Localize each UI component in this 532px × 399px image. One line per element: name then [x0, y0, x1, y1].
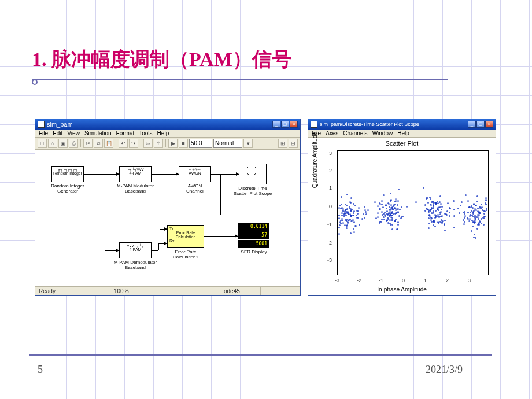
print-icon[interactable]: ⎙ — [69, 139, 78, 148]
maximize-button[interactable]: ▢ — [281, 121, 289, 128]
minimize-button[interactable]: _ — [468, 121, 476, 128]
menu-channels[interactable]: Channels — [343, 130, 367, 136]
stop-time-field[interactable]: 50.0 — [189, 139, 212, 148]
cut-icon[interactable]: ✂ — [83, 139, 93, 148]
error-rate-block-text: Error Rate Calculation — [169, 231, 202, 239]
simulink-window-title: sim_pam — [47, 121, 272, 128]
simulink-window: sim_pam _ ▢ × File Edit View Simulation … — [35, 119, 301, 296]
model-explorer-icon[interactable]: ⊟ — [289, 139, 298, 148]
title-bullet — [32, 79, 38, 85]
undo-icon[interactable]: ↶ — [119, 139, 128, 148]
ytick: 2 — [329, 168, 332, 173]
xtick: 1 — [424, 278, 427, 283]
redo-icon[interactable]: ↷ — [129, 139, 138, 148]
slide-title-block: 1. 脉冲幅度调制（PAM）信号 — [32, 46, 448, 80]
status-ready: Ready — [35, 287, 110, 295]
xtick: 3 — [468, 278, 471, 283]
awgn-block[interactable]: ～∿∿～ AWGN — [179, 166, 211, 182]
ser-display[interactable]: 0.0114 57 5001 — [238, 223, 269, 249]
mpam-demod-label: M-PAM Demodulator Baseband — [113, 260, 157, 270]
menu-simulation[interactable]: Simulation — [84, 130, 112, 136]
app-icon — [38, 121, 45, 128]
scatter-icon — [247, 167, 258, 177]
open-file-icon[interactable]: ⌂ — [48, 139, 57, 148]
lib-browser-icon[interactable]: ⊞ — [278, 139, 287, 148]
xtick: -3 — [335, 278, 339, 283]
dropdown-icon[interactable]: ▾ — [243, 139, 253, 148]
status-solver: ode45 — [220, 287, 261, 295]
xtick: 2 — [446, 278, 449, 283]
mpam-modulator-block-text: 4-PAM — [120, 171, 151, 175]
ytick: -2 — [327, 240, 332, 246]
scatter-titlebar: sim_pam/Discrete-Time Scatter Plot Scope… — [308, 119, 496, 130]
page-number: 5 — [38, 364, 43, 376]
scatter-scope-label: Discrete-Time Scatter Plot Scope — [232, 186, 274, 196]
simulink-statusbar: Ready 100% ode45 — [35, 286, 300, 295]
paste-icon[interactable]: 📋 — [104, 139, 113, 148]
ytick: 3 — [329, 150, 332, 156]
scatter-window-title: sim_pam/Discrete-Time Scatter Plot Scope — [320, 121, 468, 127]
ytick: 0 — [329, 204, 332, 209]
simulink-menubar: File Edit View Simulation Format Tools H… — [35, 130, 300, 138]
status-zoom: 100% — [110, 287, 162, 295]
scatter-xlabel: In-phase Amplitude — [308, 286, 496, 293]
menu-axes[interactable]: Axes — [326, 130, 338, 136]
window-buttons: _ ▢ × — [468, 121, 493, 128]
stop-icon[interactable]: ■ — [179, 139, 188, 148]
scatter-ylabel: Quadrature Amplitude — [312, 132, 318, 188]
ytick: -1 — [327, 221, 332, 227]
menu-tools[interactable]: Tools — [139, 130, 152, 136]
scatter-menubar: File Axes Channels Window Help — [308, 130, 496, 138]
menu-help[interactable]: Help — [397, 130, 409, 136]
xtick: 0 — [402, 278, 405, 283]
xtick: -2 — [357, 278, 361, 283]
new-file-icon[interactable]: □ — [38, 139, 47, 148]
menu-window[interactable]: Window — [372, 130, 393, 136]
menu-help[interactable]: Help — [157, 130, 169, 136]
scatter-plot — [337, 150, 489, 275]
ser-value-1: 57 — [238, 231, 269, 239]
menu-view[interactable]: View — [67, 130, 80, 136]
slide-title: 1. 脉冲幅度调制（PAM）信号 — [32, 46, 448, 73]
title-underline — [32, 79, 448, 80]
ytick: 1 — [329, 185, 332, 191]
awgn-label: AWGN Channel — [179, 183, 211, 194]
random-integer-label: Random Integer Generator — [41, 183, 94, 194]
footer-line — [29, 354, 492, 356]
back-icon[interactable]: ⇦ — [143, 139, 153, 148]
simulation-mode-field[interactable]: Normal — [213, 139, 242, 148]
error-rate-label: Error Rate Calculation1 — [164, 249, 208, 260]
close-button[interactable]: × — [290, 121, 298, 128]
app-icon — [311, 121, 317, 128]
menu-file[interactable]: File — [39, 130, 48, 136]
scatter-window: sim_pam/Discrete-Time Scatter Plot Scope… — [308, 119, 496, 296]
random-integer-block[interactable]: ╓┐┌╖╓┐┌╖ Random Integer — [51, 166, 84, 182]
simulink-toolbar: □ ⌂ ▣ ⎙ ✂ ⧉ 📋 ↶ ↷ ⇦ ↥ ▶ ■ 50.0 Normal ▾ — [35, 138, 300, 150]
random-integer-block-text: Random Integer — [52, 171, 83, 175]
up-icon[interactable]: ↥ — [154, 139, 163, 148]
simulink-titlebar: sim_pam _ ▢ × — [35, 119, 300, 130]
ser-value-2: 5001 — [238, 240, 269, 248]
slide: 1. 脉冲幅度调制（PAM）信号 sim_pam _ ▢ × File Edit… — [0, 0, 532, 399]
minimize-button[interactable]: _ — [272, 121, 280, 128]
ser-value-0: 0.0114 — [238, 223, 269, 231]
copy-icon[interactable]: ⧉ — [94, 139, 103, 148]
save-icon[interactable]: ▣ — [58, 139, 68, 148]
close-button[interactable]: × — [485, 121, 493, 128]
scatter-chart-area: Scatter Plot Quadrature Amplitude In-pha… — [308, 138, 496, 295]
error-rate-block[interactable]: Tx Error Rate Calculation Rx — [167, 225, 204, 248]
mpam-demod-block-text: 4-PAM — [120, 247, 151, 252]
play-icon[interactable]: ▶ — [168, 139, 178, 148]
mpam-demod-block[interactable]: VVV┌┐└┐ 4-PAM — [119, 242, 152, 258]
ytick: -3 — [327, 257, 332, 263]
maximize-button[interactable]: ▢ — [476, 121, 485, 128]
scatter-chart-title: Scatter Plot — [308, 138, 496, 147]
menu-format[interactable]: Format — [116, 130, 135, 136]
page-date: 2021/3/9 — [426, 364, 463, 376]
ser-display-label: SER Display — [233, 249, 275, 254]
xtick: -1 — [379, 278, 383, 283]
scatter-scope-block[interactable] — [239, 164, 267, 184]
menu-edit[interactable]: Edit — [53, 130, 62, 136]
mpam-modulator-block[interactable]: ┌┐└┐VVV 4-PAM — [119, 166, 152, 182]
simulink-canvas[interactable]: ╓┐┌╖╓┐┌╖ Random Integer Random Integer G… — [35, 150, 300, 286]
